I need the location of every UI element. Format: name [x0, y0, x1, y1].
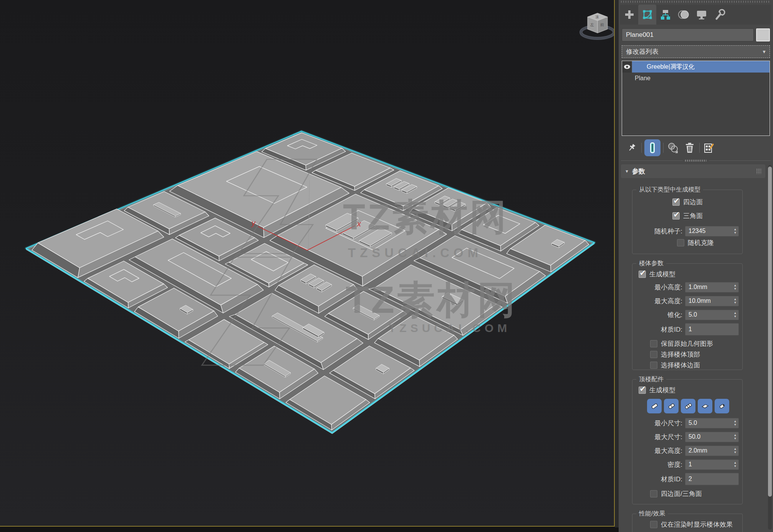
remove-modifier-trash-icon[interactable] — [683, 140, 697, 155]
toolbar-separator — [641, 143, 642, 153]
spinner-arrows[interactable]: ▲▼ — [732, 226, 738, 236]
field-value: 2 — [685, 476, 738, 482]
density-field[interactable]: 1 ▲▼ — [685, 459, 739, 470]
stack-toolbar — [622, 139, 770, 157]
random-clone-checkbox[interactable] — [677, 239, 684, 246]
checkbox-label: 三角面 — [683, 211, 703, 220]
stack-item-label: Greeble|凋零汉化 — [632, 61, 770, 73]
command-panel-tabs — [620, 5, 771, 25]
keep-original-geometry-checkbox[interactable] — [650, 340, 657, 347]
perspective-viewport[interactable]: xyz顶左前TZ素材网TZSUCAI.COMTZ素材网TZSUCAI.COM — [0, 0, 615, 527]
spinner-arrows[interactable]: ▲▼ — [732, 432, 738, 442]
quad-faces-checkbox[interactable] — [672, 198, 680, 206]
tab-motion[interactable] — [674, 5, 692, 25]
watermark-domain: TZSUCAI.COM — [348, 246, 482, 260]
panel-grip[interactable] — [621, 1, 771, 3]
taper-row: 锥化: 5.0 ▲▼ — [637, 309, 742, 321]
tab-create[interactable] — [620, 5, 638, 25]
quad-tri-checkbox[interactable] — [650, 490, 657, 497]
spinner-arrows[interactable]: ▲▼ — [732, 283, 738, 292]
visibility-eye-icon[interactable] — [622, 61, 632, 73]
field-label: 锥化: — [637, 311, 682, 319]
spinner-arrows[interactable]: ▲▼ — [732, 418, 738, 428]
max-height-row: 最大高度: 10.0mm ▲▼ — [637, 295, 742, 307]
tri-faces-checkbox[interactable] — [672, 212, 680, 220]
object-name-field[interactable]: Plane001 — [622, 28, 754, 41]
select-building-sides-checkbox[interactable] — [650, 362, 657, 369]
material-id-field[interactable]: 1 — [685, 323, 739, 335]
widget-bar-seg2-button[interactable] — [664, 399, 679, 413]
tab-utilities[interactable] — [710, 5, 728, 25]
widget-bar-button[interactable] — [647, 399, 662, 413]
display-monitor-icon — [696, 9, 707, 20]
spinner-arrows[interactable]: ▲▼ — [732, 446, 738, 456]
random-seed-field[interactable]: 12345 ▲▼ — [685, 226, 739, 236]
stack-item-greeble[interactable]: Greeble|凋零汉化 — [622, 61, 770, 73]
max-size-row: 最大尺寸: 50.0 ▲▼ — [637, 431, 742, 443]
greeble-plane-scene[interactable]: xyz顶左前TZ素材网TZSUCAI.COMTZ素材网TZSUCAI.COM — [0, 0, 614, 526]
field-label: 最大尺寸: — [637, 433, 682, 441]
scrollbar-thumb[interactable] — [768, 167, 772, 497]
max-height-field[interactable]: 10.0mm ▲▼ — [685, 296, 739, 306]
stack-item-plane[interactable]: Plane — [622, 73, 770, 84]
checkbox-label: 仅在渲染时显示楼体效果 — [661, 520, 733, 529]
checkbox-label: 随机克隆 — [688, 238, 714, 247]
min-height-field[interactable]: 1.0mm ▲▼ — [685, 282, 739, 292]
checkbox-label: 生成模型 — [649, 270, 675, 279]
checkbox-row-quad: 四边面 — [672, 196, 742, 208]
parameters-rollout-header[interactable]: ▼ 参数 — [621, 164, 765, 178]
taper-field[interactable]: 5.0 ▲▼ — [685, 310, 739, 320]
modifier-list-dropdown[interactable]: 修改器列表 ▼ — [622, 45, 770, 58]
roof-material-id-field[interactable]: 2 — [685, 473, 739, 485]
min-size-row: 最小尺寸: 5.0 ▲▼ — [637, 417, 742, 429]
show-end-result-icon[interactable] — [644, 139, 660, 156]
widget-bar-seg3-button[interactable] — [681, 399, 695, 413]
material-id-row: 材质ID: 1 — [637, 323, 742, 336]
configure-modifier-sets-icon[interactable] — [702, 140, 716, 155]
spinner-arrows[interactable]: ▲▼ — [732, 310, 738, 320]
max-size-field[interactable]: 50.0 ▲▼ — [685, 432, 739, 442]
group-title: 顶楼配件 — [636, 375, 666, 383]
random-seed-row: 随机种子: 12345 ▲▼ — [637, 225, 742, 237]
checkbox-label: 四边面/三角面 — [661, 489, 702, 498]
hierarchy-icon — [660, 9, 671, 20]
group-roof-widgets: 顶楼配件 生成模型 — [632, 379, 743, 504]
field-value: 1 — [685, 461, 732, 468]
select-building-tops-checkbox[interactable] — [650, 351, 657, 358]
spinner-arrows[interactable]: ▲▼ — [732, 296, 738, 306]
widget-bent-bar-button[interactable] — [698, 399, 712, 413]
spinner-arrows[interactable]: ▲▼ — [732, 460, 738, 469]
group-performance: 性能/效果 仅在渲染时显示楼体效果 — [632, 514, 743, 532]
watermark-brand: TZ素材网 — [343, 197, 508, 237]
checkbox-row-render-only: 仅在渲染时显示楼体效果 — [650, 519, 742, 530]
watermark-brand: TZ素材网 — [346, 278, 518, 321]
collapse-arrow-icon: ▼ — [621, 169, 632, 173]
min-size-field[interactable]: 5.0 ▲▼ — [685, 418, 739, 428]
make-unique-icon[interactable] — [666, 140, 680, 155]
roof-generate-checkbox[interactable] — [639, 387, 646, 394]
pin-stack-icon[interactable] — [625, 140, 639, 155]
panel-scrollbar[interactable] — [768, 165, 772, 530]
group-title: 性能/效果 — [636, 510, 668, 518]
checkbox-label: 选择楼体顶部 — [661, 350, 700, 359]
building-generate-checkbox[interactable] — [639, 271, 646, 278]
viewcube-front-label: 前 — [600, 23, 604, 27]
field-label: 最大高度: — [637, 297, 682, 306]
roof-max-height-field[interactable]: 2.0mm ▲▼ — [685, 446, 739, 456]
panel-divider — [615, 0, 619, 532]
tab-display[interactable] — [692, 5, 710, 25]
field-label: 密度: — [637, 460, 682, 469]
rollout-splitter[interactable] — [621, 159, 771, 162]
checkbox-row-select-sides: 选择楼体边面 — [650, 360, 742, 370]
viewcube-left-label: 左 — [590, 23, 594, 27]
rollout-drag-dots-icon[interactable] — [756, 169, 761, 174]
widget-cylinder-bar-button[interactable] — [715, 399, 729, 413]
stack-item-label: Plane — [635, 75, 651, 82]
widget-type-buttons — [647, 399, 742, 413]
utilities-wrench-icon — [714, 9, 725, 20]
min-height-row: 最小高度: 1.0mm ▲▼ — [637, 281, 742, 293]
object-color-swatch[interactable] — [756, 28, 770, 41]
tab-hierarchy[interactable] — [656, 5, 674, 25]
tab-modify[interactable] — [638, 5, 656, 25]
render-only-effect-checkbox[interactable] — [650, 521, 657, 528]
